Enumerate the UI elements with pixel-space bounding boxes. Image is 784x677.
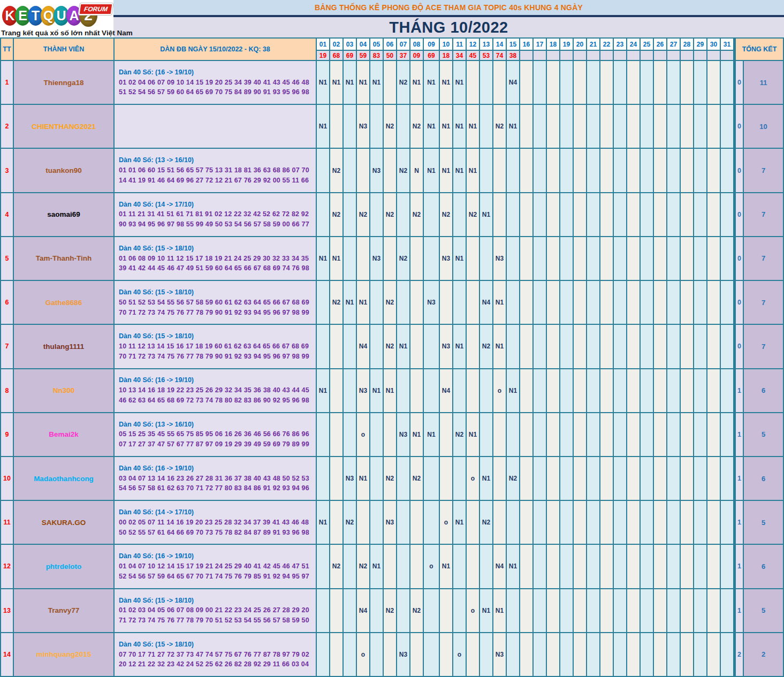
day-header-25: 25 <box>641 39 653 50</box>
day-mark-cell: N1 <box>384 369 396 412</box>
member-name[interactable]: Tam-Thanh-Tinh <box>14 237 113 280</box>
miss-count: 0 <box>734 105 743 148</box>
day-mark-cell <box>440 633 452 676</box>
day-header-09: 09 <box>424 39 439 50</box>
day-mark-cell <box>614 237 626 280</box>
day-mark-cell <box>370 193 383 236</box>
day-mark-cell <box>507 633 519 676</box>
day-mark-cell: o <box>493 369 506 412</box>
site-logo[interactable]: KETQUA2 FORUM Trang kết quả xổ số lớn nh… <box>0 0 113 37</box>
day-mark-cell <box>467 281 479 324</box>
day-mark-cell <box>574 501 586 544</box>
day-mark-cell <box>721 281 733 324</box>
day-header-19: 19 <box>560 39 573 50</box>
day-header-11: 11 <box>453 39 466 50</box>
miss-count: 1 <box>734 545 743 588</box>
day-mark-cell <box>370 413 383 456</box>
day-mark-cell <box>453 281 466 324</box>
day-mark-cell <box>547 369 559 412</box>
day-mark-cell <box>707 413 720 456</box>
dan-number-list: 01 11 21 31 41 51 61 71 81 91 02 12 22 3… <box>119 209 313 230</box>
row-index: 9 <box>1 413 13 456</box>
day-mark-cell <box>707 325 720 368</box>
day-result-15: 38 <box>507 51 519 60</box>
day-mark-cell: N1 <box>453 325 466 368</box>
day-mark-cell <box>410 545 423 588</box>
day-mark-cell <box>614 325 626 368</box>
day-mark-cell: N2 <box>384 193 396 236</box>
dan-numbers-cell: Dàn 40 Số: (15 -> 18/10)07 70 17 71 27 7… <box>115 633 316 676</box>
day-mark-cell <box>641 149 653 192</box>
day-header-21: 21 <box>587 39 599 50</box>
day-mark-cell: o <box>357 633 369 676</box>
day-mark-cell <box>721 105 733 148</box>
dan-numbers-cell: Dàn 40 Số: (16 -> 19/10)03 04 07 13 14 1… <box>115 457 316 500</box>
day-mark-cell <box>520 281 532 324</box>
day-mark-cell <box>547 633 559 676</box>
day-mark-cell <box>507 193 519 236</box>
member-name[interactable]: Thiennga18 <box>14 61 113 104</box>
day-mark-cell <box>694 501 706 544</box>
member-name[interactable]: minhquang2015 <box>14 633 113 676</box>
column-header-member: THÀNH VIÊN <box>14 39 113 60</box>
day-mark-cell <box>600 61 613 104</box>
day-header-05: 05 <box>370 39 383 50</box>
miss-count: 0 <box>734 193 743 236</box>
member-name[interactable]: Gathe8686 <box>14 281 113 324</box>
member-name[interactable]: tuankon90 <box>14 149 113 192</box>
member-name[interactable]: Madaothanhcong <box>14 457 113 500</box>
day-mark-cell <box>480 149 492 192</box>
day-mark-cell <box>520 61 532 104</box>
day-mark-cell: N1 <box>330 237 342 280</box>
day-mark-cell <box>654 369 666 412</box>
day-mark-cell: N1 <box>410 61 423 104</box>
day-mark-cell <box>384 237 396 280</box>
dan-number-list: 01 02 03 04 05 06 07 08 09 00 21 22 23 2… <box>119 605 313 626</box>
member-name[interactable]: saomai69 <box>14 193 113 236</box>
day-mark-cell <box>574 105 586 148</box>
day-mark-cell: N1 <box>493 325 506 368</box>
day-mark-cell <box>317 633 329 676</box>
member-name[interactable]: Nn300 <box>14 369 113 412</box>
day-mark-cell: N4 <box>357 589 369 632</box>
day-header-31: 31 <box>721 39 733 50</box>
member-name[interactable]: phtrdeloto <box>14 545 113 588</box>
day-mark-cell <box>641 457 653 500</box>
day-mark-cell <box>330 413 342 456</box>
day-result-27 <box>667 51 680 60</box>
day-mark-cell <box>424 457 439 500</box>
member-name[interactable]: SAKURA.GO <box>14 501 113 544</box>
day-mark-cell <box>627 369 640 412</box>
day-mark-cell <box>587 457 599 500</box>
day-header-20: 20 <box>574 39 586 50</box>
member-name[interactable]: CHIENTHANG2021 <box>14 105 113 148</box>
day-mark-cell <box>694 237 706 280</box>
row-index: 8 <box>1 369 13 412</box>
day-mark-cell <box>614 545 626 588</box>
row-index: 13 <box>1 589 13 632</box>
day-mark-cell <box>480 545 492 588</box>
day-mark-cell <box>654 281 666 324</box>
day-mark-cell <box>560 413 573 456</box>
member-name[interactable]: Bemai2k <box>14 413 113 456</box>
day-mark-cell: N1 <box>467 149 479 192</box>
day-mark-cell <box>520 105 532 148</box>
day-mark-cell <box>440 281 452 324</box>
dan-title: Dàn 40 Số: (16 -> 19/10) <box>119 463 194 474</box>
member-name[interactable]: thulang1111 <box>14 325 113 368</box>
day-mark-cell <box>467 369 479 412</box>
day-mark-cell <box>694 413 706 456</box>
day-mark-cell <box>534 633 546 676</box>
miss-count: 0 <box>734 281 743 324</box>
day-result-02: 68 <box>330 51 342 60</box>
member-name[interactable]: Tranvy77 <box>14 589 113 632</box>
row-index: 11 <box>1 501 13 544</box>
day-result-21 <box>587 51 599 60</box>
day-mark-cell: N2 <box>330 281 342 324</box>
day-mark-cell <box>681 237 693 280</box>
day-mark-cell: N3 <box>357 105 369 148</box>
day-mark-cell <box>627 413 640 456</box>
day-mark-cell <box>520 589 532 632</box>
day-mark-cell <box>654 325 666 368</box>
day-mark-cell <box>627 589 640 632</box>
